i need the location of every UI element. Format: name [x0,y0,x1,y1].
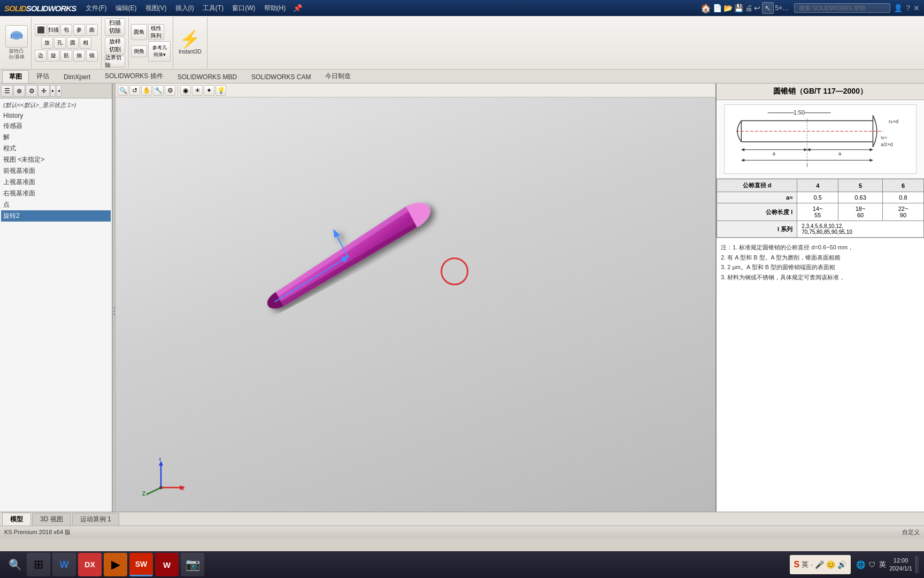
close-icon[interactable]: ✕ [913,4,920,12]
view-render-btn[interactable]: ✦ [204,85,214,96]
view-light-btn[interactable]: 💡 [215,85,226,96]
menu-insert[interactable]: 插入(I) [171,3,198,14]
security-icon[interactable]: 🛡 [868,560,876,569]
start-search[interactable]: 🔍 [5,555,25,574]
fm-icon-config[interactable]: ⚙ [26,85,37,97]
tree-item-point[interactable]: 点 [1,199,111,210]
revolve-cut-btn[interactable]: 旋 [48,50,59,62]
new-icon[interactable]: 📄 [713,4,722,12]
boundary-cut-btn[interactable]: 边界切除 [105,56,125,67]
ref-geometry-btn[interactable]: 参考几何体▾ [148,41,171,62]
extrude-btn[interactable]: ⬛ [35,24,47,36]
ime-dot[interactable]: · [811,560,813,569]
taskbar-wps[interactable]: W [155,553,179,576]
taskbar-word[interactable]: W [52,553,76,576]
fm-icon-manager[interactable]: ☰ [1,85,13,97]
rib-btn[interactable]: 筋 [60,50,72,62]
show-desktop-btn[interactable] [915,556,919,573]
loft-cut-btn[interactable]: 放样切割 [105,37,125,55]
taskbar-play[interactable]: ▶ [104,553,127,576]
mirror-btn[interactable]: 镜 [86,50,98,62]
ref-btn[interactable]: 参 [73,24,85,36]
taskbar-dx[interactable]: DX [78,553,102,576]
btab-3dview[interactable]: 3D 视图 [32,513,71,526]
user-icon[interactable]: 👤 [894,4,903,12]
lang-icon[interactable]: 英 [879,560,886,569]
save-icon[interactable]: 💾 [734,4,743,12]
fm-icon-expand[interactable]: ▸ [50,85,56,97]
hole-btn[interactable]: 孔 [54,37,66,49]
pin-button[interactable]: 📌 [290,3,305,14]
view-style-btn[interactable]: ◉ [180,85,191,96]
select-icon[interactable]: ↖ [762,2,774,14]
menu-view[interactable]: 视图(V) [141,3,171,14]
tab-sketch[interactable]: 草图 [2,70,29,83]
scan-cut-btn[interactable]: 扫描切除 [105,18,125,36]
round-corner-btn[interactable]: 圆角 [131,24,147,40]
tree-item-top-plane[interactable]: 上视基准面 [1,177,111,188]
open-icon[interactable]: 📂 [723,4,733,12]
fm-icon-properties[interactable]: ⊕ [13,85,25,97]
network-icon[interactable]: 🌐 [856,560,865,569]
tree-item-revolve2[interactable]: 旋转2 [1,210,111,222]
ime-voice[interactable]: 🎤 [815,560,824,569]
taskbar-camera[interactable]: 📷 [181,553,204,576]
boundary-btn[interactable]: 边 [35,50,47,62]
tree-item-right-plane[interactable]: 右视基准面 [1,188,111,199]
menu-window[interactable]: 窗口(W) [228,3,259,14]
intersect-btn[interactable]: 相 [80,37,91,49]
tree-item-view[interactable]: 视图 <未指定> [1,154,111,165]
curve-btn[interactable]: 曲 [86,24,98,36]
standard-table-panel: 圆锥销（GB/T 117—2000） 1:50 [715,83,924,538]
menu-tools[interactable]: 工具(T) [198,3,228,14]
view-section-btn[interactable]: ☀ [192,85,203,96]
ime-emoji[interactable]: 😊 [826,560,835,569]
fm-icon-move[interactable]: ✛ [38,85,50,97]
3d-viewport[interactable]: 🔍 ↺ ✋ 🔧 ⚙ ◉ ☀ ✦ 💡 [116,83,715,538]
tab-sw-mbd[interactable]: SOLIDWORKS MBD [171,71,244,83]
shell-btn[interactable]: 抽 [73,50,85,62]
loft-btn[interactable]: 放 [41,37,53,49]
home-icon[interactable]: 🏠 [700,3,711,13]
tree-item-program[interactable]: 程式 [1,143,111,154]
ime-lang[interactable]: 英 [802,560,808,569]
wrap-btn[interactable]: 包 [60,24,72,36]
line-pattern-btn[interactable]: 线性阵列 [148,24,164,40]
ime-sound[interactable]: 🔊 [837,560,846,569]
view-rotate-btn[interactable]: ↺ [129,85,140,96]
question-icon[interactable]: ? [906,4,910,12]
fm-icon-collapse[interactable]: ◂ [56,85,61,97]
tree-item-history[interactable]: History [1,111,111,120]
tab-manufacture[interactable]: 今日制造 [318,70,358,83]
view-tools-btn[interactable]: ⚙ [165,85,175,96]
tree-item-sensor[interactable]: 传感器 [1,120,111,132]
tab-sw-plugins[interactable]: SOLIDWORKS 插件 [98,70,170,83]
tab-sw-cam[interactable]: SOLIDWORKS CAM [244,71,318,83]
tree-item-front-plane[interactable]: 前视基准面 [1,165,111,177]
fillet-btn[interactable]: 圆 [67,37,79,49]
view-pan-btn[interactable]: ✋ [141,85,152,96]
more-icon[interactable]: 5×… [775,4,789,12]
tree-item-solution[interactable]: 解 [1,132,111,143]
undo-icon[interactable]: ↩ [754,4,760,12]
print-icon[interactable]: 🖨 [745,4,752,12]
scan-btn[interactable]: 扫描 [48,24,59,36]
menu-file[interactable]: 文件(F) [81,3,111,14]
menu-help[interactable]: 帮助(H) [260,3,290,14]
ime-bar: S 英 · 🎤 😊 🔊 [790,555,851,574]
view-orient-btn[interactable]: 🔍 [118,85,128,96]
btab-motion[interactable]: 运动算例 1 [72,513,119,526]
menu-edit[interactable]: 编辑(E) [111,3,141,14]
chamfer-btn[interactable]: 倒角 [131,45,147,57]
btab-model[interactable]: 模型 [2,513,31,526]
taskbar-solidworks[interactable]: SW [129,553,153,576]
instant3d-btn[interactable]: ⚡ Instant3D [173,17,207,69]
taskbar-files[interactable]: ⊞ [27,553,50,576]
search-input[interactable] [794,3,890,13]
clock[interactable]: 12:00 2024/1/1 [889,557,912,573]
revolve-boss-btn[interactable] [5,25,28,48]
tab-evaluate[interactable]: 评估 [29,70,56,83]
view-zoom-btn[interactable]: 🔧 [153,85,164,96]
toolbar-features-group: ⬛ 扫描 包 参 曲 放 孔 圆 相 边 旋 筋 抽 镜 [32,17,102,69]
tab-dimxpert[interactable]: DimXpert [57,71,97,83]
